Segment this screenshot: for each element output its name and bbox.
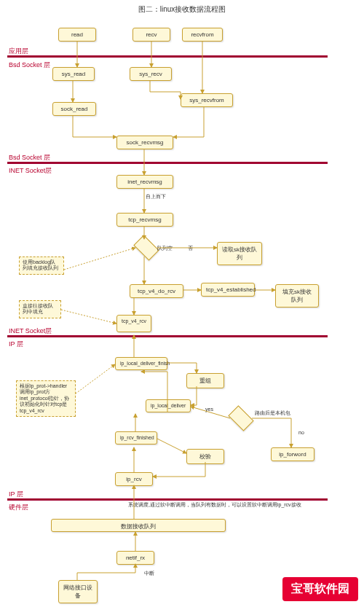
node-ip-rcv: ip_rcv bbox=[115, 472, 153, 486]
layer-hw: 硬件层 bbox=[9, 503, 28, 512]
layer-line-app bbox=[7, 55, 328, 58]
node-sock-recvmsg: sock_recvmsg bbox=[116, 136, 173, 149]
diagram-title: 图二：linux接收数据流程图 bbox=[0, 0, 364, 19]
ann-queue-empty: 队列空 bbox=[157, 245, 173, 252]
node-fill-sk-queue: 填充sk接收队列 bbox=[275, 284, 319, 308]
node-reassemble: 重组 bbox=[186, 373, 224, 388]
node-ip-local-deliver-finish: ip_local_deliver_finish bbox=[115, 357, 167, 370]
node-tcp-recvmsg: tcp_recvmsg bbox=[116, 213, 173, 227]
ann-interrupt: 中断 bbox=[144, 570, 154, 577]
node-checksum: 校验 bbox=[186, 449, 224, 464]
node-tcp-v4-rcv: tcp_v4_rcv bbox=[116, 315, 151, 332]
ann-softirq: 系统调度,通过软中断调用，当队列有数据时，可以设置软中断调用ip_rcv接收 bbox=[128, 501, 317, 508]
node-tcp-v4-do-rcv: tcp_v4_do_rcv bbox=[130, 284, 183, 298]
note-backlog: 使用backlog队列填充接收队列 bbox=[19, 256, 64, 275]
node-ip-local-deliver: ip_local_deliver bbox=[146, 399, 191, 412]
node-read-sk-queue: 读取sk接收队列 bbox=[217, 242, 262, 265]
node-ip-rcv-finished: ip_rcv_finished bbox=[115, 431, 157, 445]
node-sys-read: sys_read bbox=[52, 67, 95, 81]
layer-bsd1: Bsd Socket 层 bbox=[9, 60, 50, 70]
layer-line-ip bbox=[7, 498, 328, 501]
node-nic: 网络接口设备 bbox=[58, 580, 98, 603]
node-recvfrom: recvfrom bbox=[182, 28, 223, 42]
node-netif-rx: netif_rx bbox=[116, 551, 154, 565]
decision-route-local bbox=[228, 405, 253, 431]
node-inet-recvmsg: inet_recvmsg bbox=[116, 175, 173, 189]
ann-topdown: 自上而下 bbox=[146, 193, 166, 200]
ann-no2: no bbox=[298, 430, 304, 435]
node-ip-forward: ip_forword bbox=[271, 447, 314, 461]
watermark: 宝哥软件园 bbox=[282, 577, 358, 601]
layer-line-bsd bbox=[7, 162, 328, 164]
note-ip-prot: 根据ip_prot->handler调用ip_prot方inet_protoco… bbox=[16, 380, 76, 417]
layer-inet1: INET Socket层 bbox=[9, 166, 52, 176]
node-sys-recvfrom: sys_recvfrom bbox=[181, 93, 233, 107]
node-recv: recv bbox=[132, 28, 170, 42]
node-read: read bbox=[58, 28, 96, 42]
note-direct-fill: 直接往接收队列中填充 bbox=[19, 300, 61, 318]
node-sys-recv: sys_recv bbox=[130, 67, 172, 81]
ann-yes: yes bbox=[205, 407, 213, 412]
layer-ip1: IP 层 bbox=[9, 340, 23, 349]
node-tcp-v4-established: tcp_v4_established bbox=[201, 283, 255, 297]
ann-route-local: 路由后是本机包 bbox=[255, 410, 298, 417]
decision-queue-empty bbox=[133, 235, 159, 260]
node-sock-read: sock_read bbox=[52, 102, 96, 116]
ann-no: 否 bbox=[188, 245, 193, 252]
layer-line-inet bbox=[7, 335, 328, 337]
node-rx-queue: 数据接收队列 bbox=[51, 519, 226, 532]
